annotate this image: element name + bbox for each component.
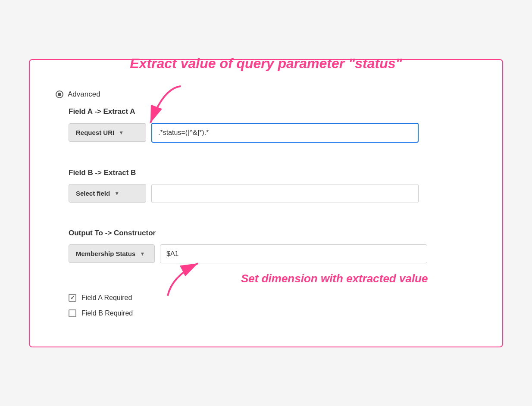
- checkbox-a-row[interactable]: Field A Required: [69, 294, 476, 302]
- field-a-row: Request URI ▼: [69, 123, 476, 143]
- chevron-down-icon: ▼: [119, 130, 124, 136]
- advanced-radio[interactable]: [56, 91, 63, 98]
- field-b-row: Select field ▼: [69, 184, 476, 203]
- field-b-input[interactable]: [151, 184, 419, 203]
- field-a-label: Field A -> Extract A: [69, 107, 476, 116]
- field-a-dropdown[interactable]: Request URI ▼: [69, 123, 146, 142]
- chevron-down-icon: ▼: [114, 191, 119, 197]
- field-a-section: Field A -> Extract A Request URI ▼: [56, 107, 476, 143]
- advanced-label: Advanced: [68, 90, 100, 99]
- annotation-bottom: Set dimension with extracted value: [241, 272, 476, 285]
- checkbox-a[interactable]: [69, 294, 76, 302]
- arrow-b-icon: [155, 259, 207, 298]
- advanced-radio-row[interactable]: Advanced: [56, 90, 476, 99]
- main-panel: Extract value of query parameter "status…: [29, 59, 503, 347]
- output-input[interactable]: [160, 244, 427, 263]
- field-b-dropdown[interactable]: Select field ▼: [69, 184, 146, 203]
- output-label: Output To -> Constructor: [69, 229, 476, 237]
- checkbox-b-row[interactable]: Field B Required: [69, 309, 476, 317]
- annotation-title: Extract value of query parameter "status…: [130, 56, 402, 72]
- field-b-section: Field B -> Extract B Select field ▼: [56, 169, 476, 203]
- output-row: Membership Status ▼: [69, 244, 476, 263]
- output-dropdown[interactable]: Membership Status ▼: [69, 244, 155, 263]
- output-section: Output To -> Constructor Membership Stat…: [56, 229, 476, 263]
- chevron-down-icon: ▼: [140, 251, 145, 257]
- checkbox-a-label: Field A Required: [81, 294, 132, 302]
- field-b-label: Field B -> Extract B: [69, 169, 476, 177]
- checkbox-b[interactable]: [69, 309, 76, 317]
- field-a-input[interactable]: [151, 123, 419, 143]
- checkbox-b-label: Field B Required: [81, 309, 133, 317]
